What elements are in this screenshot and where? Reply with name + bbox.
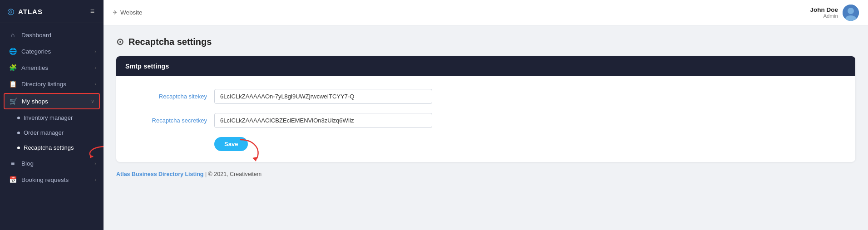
page-body: ⊙ Recaptcha settings Smtp settings Recap… <box>104 25 868 230</box>
avatar-svg <box>843 5 859 21</box>
recaptcha-title-icon: ⊙ <box>116 36 124 47</box>
sidebar-item-label: Categories <box>21 48 90 55</box>
bullet-icon <box>17 117 20 119</box>
amenities-icon: 🧩 <box>9 64 17 71</box>
bullet-icon <box>17 147 20 149</box>
settings-card: Smtp settings Recaptcha sitekey Recaptch… <box>116 56 855 162</box>
save-button[interactable]: Save <box>214 137 248 151</box>
sidebar-subitem-recaptcha-settings[interactable]: Recaptcha settings <box>0 140 104 155</box>
card-body: Recaptcha sitekey Recaptcha secretkey Sa… <box>116 76 855 162</box>
avatar-image <box>843 5 859 21</box>
avatar[interactable] <box>843 5 859 21</box>
sidebar-item-directory-listings[interactable]: 📋 Directory listings › <box>0 76 104 92</box>
sidebar-item-label: My shops <box>22 98 86 105</box>
sidebar: ◎ ATLAS ≡ ⌂ Dashboard 🌐 Categories › 🧩 A… <box>0 0 104 230</box>
atlas-logo-icon: ◎ <box>7 6 15 16</box>
sidebar-navigation: ⌂ Dashboard 🌐 Categories › 🧩 Amenities ›… <box>0 23 104 230</box>
sidebar-subitem-label: Inventory manager <box>24 114 73 121</box>
page-title-text: Recaptcha settings <box>128 37 212 47</box>
sidebar-item-dashboard[interactable]: ⌂ Dashboard <box>0 27 104 43</box>
save-button-wrapper: Save <box>214 137 248 151</box>
bullet-icon <box>17 132 20 134</box>
footer-link[interactable]: Atlas Business Directory Listing <box>116 171 203 177</box>
blog-icon: ≡ <box>9 160 17 167</box>
breadcrumb: ✈ Website <box>113 9 143 16</box>
sidebar-subitem-label: Order manager <box>24 129 64 136</box>
my-shops-icon: 🛒 <box>9 98 17 105</box>
hamburger-button[interactable]: ≡ <box>89 6 96 16</box>
secretkey-row: Recaptcha secretkey <box>125 113 846 128</box>
sidebar-item-amenities[interactable]: 🧩 Amenities › <box>0 59 104 76</box>
sidebar-item-label: Amenities <box>21 64 90 71</box>
sitekey-input[interactable] <box>214 89 432 104</box>
sidebar-subitem-inventory-manager[interactable]: Inventory manager <box>0 110 104 125</box>
sitekey-label: Recaptcha sitekey <box>125 93 207 100</box>
sidebar-item-label: Booking requests <box>21 176 90 183</box>
categories-icon: 🌐 <box>9 48 17 55</box>
sidebar-header: ◎ ATLAS ≡ <box>0 0 104 23</box>
form-actions: Save <box>125 137 846 151</box>
page-title: ⊙ Recaptcha settings <box>116 36 855 47</box>
page-footer: Atlas Business Directory Listing | © 202… <box>116 171 855 177</box>
atlas-logo-text: ATLAS <box>18 8 43 15</box>
sitekey-row: Recaptcha sitekey <box>125 89 846 104</box>
sidebar-subitem-order-manager[interactable]: Order manager <box>0 125 104 140</box>
chevron-right-icon: › <box>94 177 96 182</box>
svg-marker-4 <box>252 157 257 161</box>
dashboard-icon: ⌂ <box>9 31 17 39</box>
chevron-right-icon: › <box>94 81 96 87</box>
svg-point-2 <box>848 8 854 14</box>
topbar-user: John Doe Admin <box>810 5 859 21</box>
sidebar-item-label: Dashboard <box>21 32 96 39</box>
main-content: ✈ Website John Doe Admin ⊙ Re <box>104 0 868 230</box>
card-header: Smtp settings <box>116 56 855 76</box>
sidebar-item-label: Directory listings <box>21 81 90 88</box>
topbar: ✈ Website John Doe Admin <box>104 0 868 25</box>
breadcrumb-label: Website <box>120 9 143 16</box>
user-info: John Doe Admin <box>810 6 838 19</box>
user-name: John Doe <box>810 6 838 13</box>
secretkey-input[interactable] <box>214 113 432 128</box>
website-icon: ✈ <box>113 9 118 16</box>
directory-icon: 📋 <box>9 80 17 88</box>
footer-text: | © 2021, Creativeitem <box>203 171 261 177</box>
secretkey-label: Recaptcha secretkey <box>125 117 207 124</box>
sidebar-item-booking-requests[interactable]: 📅 Booking requests › <box>0 171 104 188</box>
sidebar-item-blog[interactable]: ≡ Blog › <box>0 155 104 171</box>
chevron-down-icon: ∨ <box>91 98 94 104</box>
user-role: Admin <box>810 13 838 19</box>
sidebar-subitem-label: Recaptcha settings <box>24 144 74 151</box>
chevron-right-icon: › <box>94 65 96 70</box>
sidebar-item-categories[interactable]: 🌐 Categories › <box>0 43 104 59</box>
chevron-right-icon: › <box>94 49 96 54</box>
booking-icon: 📅 <box>9 176 17 183</box>
chevron-right-icon: › <box>94 161 96 166</box>
sidebar-item-label: Blog <box>21 160 90 167</box>
sidebar-item-my-shops[interactable]: 🛒 My shops ∨ <box>4 93 100 109</box>
